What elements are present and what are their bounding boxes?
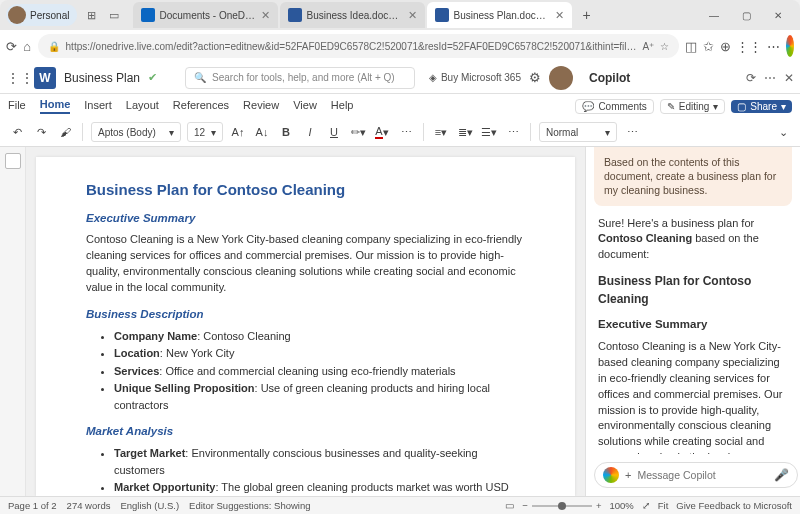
- home-icon[interactable]: ⌂: [23, 34, 32, 58]
- zoom-out-icon[interactable]: −: [522, 500, 528, 511]
- fit-icon[interactable]: ⤢: [642, 500, 650, 511]
- refresh-copilot-icon[interactable]: ⟳: [746, 71, 756, 85]
- document-canvas[interactable]: Business Plan for Contoso Cleaning Execu…: [26, 147, 585, 496]
- bold-icon[interactable]: B: [277, 122, 295, 142]
- share-button[interactable]: ▢ Share ▾: [731, 100, 792, 113]
- extensions-icon[interactable]: ⋮⋮: [737, 34, 761, 58]
- font-color-icon[interactable]: A▾: [373, 122, 391, 142]
- zoom-slider[interactable]: [532, 505, 592, 507]
- copilot-message-box[interactable]: + 🎤: [594, 462, 798, 488]
- doc-h-desc: Business Description: [86, 308, 525, 320]
- close-tab-icon[interactable]: ✕: [555, 9, 564, 22]
- browser-tab-0[interactable]: Documents - OneDrive ✕: [133, 2, 278, 28]
- menu-icon[interactable]: ⋯: [767, 34, 780, 58]
- highlight-icon[interactable]: ✏▾: [349, 122, 367, 142]
- status-words[interactable]: 274 words: [67, 500, 111, 511]
- font-size-combo[interactable]: 12 ▾: [187, 122, 223, 142]
- tab-actions-icon[interactable]: ▭: [105, 9, 123, 22]
- status-fit[interactable]: Fit: [658, 500, 669, 511]
- align-icon[interactable]: ☰▾: [480, 122, 498, 142]
- status-editor[interactable]: Editor Suggestions: Showing: [189, 500, 310, 511]
- tab-help[interactable]: Help: [331, 99, 354, 113]
- plus-icon[interactable]: +: [625, 469, 631, 481]
- copilot-p-exec: Contoso Cleaning is a New York City-base…: [598, 339, 788, 454]
- document-name[interactable]: Business Plan: [64, 71, 140, 85]
- nav-pane-icon[interactable]: [5, 153, 21, 169]
- close-copilot-icon[interactable]: ✕: [784, 71, 794, 85]
- address-bar: ⟳ ⌂ 🔒 https://onedrive.live.com/edit?act…: [0, 30, 800, 62]
- browser-tab-2[interactable]: Business Plan.docx - Microsoft W… ✕: [427, 2, 572, 28]
- status-zoom[interactable]: 100%: [609, 500, 633, 511]
- zoom-in-icon[interactable]: +: [596, 500, 602, 511]
- search-icon: 🔍: [194, 72, 206, 83]
- copilot-input[interactable]: [637, 469, 768, 481]
- split-icon[interactable]: ◫: [685, 34, 697, 58]
- underline-icon[interactable]: U: [325, 122, 343, 142]
- comments-button[interactable]: 💬 Comments: [575, 99, 653, 114]
- bullets-icon[interactable]: ≡▾: [432, 122, 450, 142]
- tab-home[interactable]: Home: [40, 98, 71, 114]
- mic-icon[interactable]: 🎤: [774, 468, 789, 482]
- redo-icon[interactable]: ↷: [32, 122, 50, 142]
- document-page: Business Plan for Contoso Cleaning Execu…: [36, 157, 575, 496]
- copilot-user-prompt: Based on the contents of this document, …: [594, 147, 792, 206]
- settings-icon[interactable]: ⚙: [529, 70, 541, 85]
- new-tab-button[interactable]: +: [574, 7, 598, 23]
- tab-view[interactable]: View: [293, 99, 317, 113]
- collapse-ribbon-icon[interactable]: ⌄: [774, 122, 792, 142]
- font-name-combo[interactable]: Aptos (Body) ▾: [91, 122, 181, 142]
- more-font-icon[interactable]: ⋯: [397, 122, 415, 142]
- profile-avatar: [8, 6, 26, 24]
- copilot-more-icon[interactable]: ⋯: [764, 71, 776, 85]
- star-icon[interactable]: ☆: [660, 41, 669, 52]
- more-ribbon-icon[interactable]: ⋯: [623, 122, 641, 142]
- undo-icon[interactable]: ↶: [8, 122, 26, 142]
- workspaces-icon[interactable]: ⊞: [81, 9, 101, 22]
- status-lang[interactable]: English (U.S.): [120, 500, 179, 511]
- close-button[interactable]: ✕: [762, 2, 794, 28]
- shrink-font-icon[interactable]: A↓: [253, 122, 271, 142]
- doc-h-market: Market Analysis: [86, 425, 525, 437]
- refresh-icon[interactable]: ⟳: [6, 34, 17, 58]
- reader-icon[interactable]: A⁺: [642, 41, 654, 52]
- format-painter-icon[interactable]: 🖌: [56, 122, 74, 142]
- profile-pill[interactable]: Personal: [6, 4, 77, 26]
- search-box[interactable]: 🔍 Search for tools, help, and more (Alt …: [185, 67, 415, 89]
- more-paragraph-icon[interactable]: ⋯: [504, 122, 522, 142]
- tab-file[interactable]: File: [8, 99, 26, 113]
- tab-label: Business Plan.docx - Microsoft W…: [453, 10, 549, 21]
- tab-review[interactable]: Review: [243, 99, 279, 113]
- ribbon: File Home Insert Layout References Revie…: [0, 94, 800, 147]
- browser-tab-1[interactable]: Business Idea.docx - Microsoft W… ✕: [280, 2, 425, 28]
- word-icon: [288, 8, 302, 22]
- lock-icon: 🔒: [48, 41, 60, 52]
- minimize-button[interactable]: —: [698, 2, 730, 28]
- app-launcher-icon[interactable]: ⋮⋮⋮: [6, 70, 26, 86]
- copilot-browser-icon[interactable]: [786, 35, 794, 57]
- status-page[interactable]: Page 1 of 2: [8, 500, 57, 511]
- tab-layout[interactable]: Layout: [126, 99, 159, 113]
- user-avatar[interactable]: [549, 66, 573, 90]
- url-field[interactable]: 🔒 https://onedrive.live.com/edit?action=…: [38, 34, 680, 58]
- buy-m365-button[interactable]: ◈ Buy Microsoft 365: [429, 72, 521, 83]
- doc-h-exec: Executive Summary: [86, 212, 525, 224]
- status-feedback[interactable]: Give Feedback to Microsoft: [676, 500, 792, 511]
- style-combo[interactable]: Normal ▾: [539, 122, 617, 142]
- main-area: Business Plan for Contoso Cleaning Execu…: [0, 147, 800, 496]
- editing-mode-button[interactable]: ✎ Editing ▾: [660, 99, 726, 114]
- copilot-response: Sure! Here's a business plan for Contoso…: [586, 216, 800, 454]
- numbering-icon[interactable]: ≣▾: [456, 122, 474, 142]
- tab-insert[interactable]: Insert: [84, 99, 112, 113]
- copilot-panel: Based on the contents of this document, …: [585, 147, 800, 496]
- reading-view-icon[interactable]: ▭: [505, 500, 514, 511]
- close-tab-icon[interactable]: ✕: [261, 9, 270, 22]
- grow-font-icon[interactable]: A↑: [229, 122, 247, 142]
- close-tab-icon[interactable]: ✕: [408, 9, 417, 22]
- zoom-control[interactable]: − +: [522, 500, 601, 511]
- favorites-icon[interactable]: ✩: [703, 34, 714, 58]
- collections-icon[interactable]: ⊕: [720, 34, 731, 58]
- tab-references[interactable]: References: [173, 99, 229, 113]
- maximize-button[interactable]: ▢: [730, 2, 762, 28]
- italic-icon[interactable]: I: [301, 122, 319, 142]
- ribbon-tabs: File Home Insert Layout References Revie…: [0, 94, 800, 118]
